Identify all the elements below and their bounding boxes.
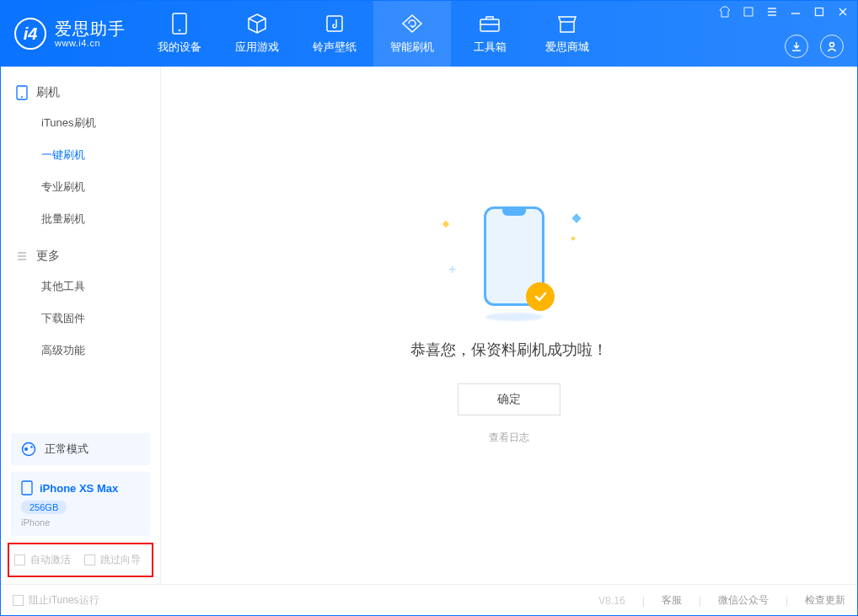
svg-rect-2: [327, 16, 342, 31]
sidebar-item-other-tools[interactable]: 其他工具: [1, 271, 160, 303]
shirt-icon[interactable]: [719, 6, 731, 18]
ok-button[interactable]: 确定: [458, 383, 560, 415]
tab-label: 应用游戏: [235, 40, 279, 55]
footer-link-wechat[interactable]: 微信公众号: [718, 593, 769, 608]
device-card[interactable]: iPhone XS Max 256GB iPhone: [11, 472, 150, 536]
checkbox-block-itunes[interactable]: 阻止iTunes运行: [13, 593, 99, 608]
close-icon[interactable]: [837, 6, 849, 18]
main-tabs: 我的设备 应用游戏 铃声壁纸 智能刷机 工具箱: [141, 1, 606, 67]
mode-card[interactable]: 正常模式: [11, 433, 150, 465]
header-actions: [785, 35, 844, 58]
shop-icon: [556, 13, 578, 35]
tab-label: 工具箱: [474, 40, 507, 55]
user-icon[interactable]: [820, 35, 844, 58]
checkbox-label: 自动激活: [30, 553, 71, 567]
checkbox-label: 跳过向导: [100, 553, 141, 567]
maximize-icon[interactable]: [813, 6, 825, 18]
tab-flash[interactable]: 智能刷机: [373, 1, 451, 67]
svg-rect-4: [744, 8, 753, 16]
check-badge-icon: [526, 282, 555, 311]
app-logo: i4 爱思助手 www.i4.cn: [1, 18, 141, 50]
app-name: 爱思助手: [55, 19, 126, 38]
app-header: i4 爱思助手 www.i4.cn 我的设备 应用游戏 铃声壁纸: [1, 1, 857, 67]
app-site: www.i4.cn: [55, 38, 126, 48]
group-title: 刷机: [36, 85, 60, 100]
tab-ringtones[interactable]: 铃声壁纸: [296, 1, 373, 67]
footer-link-update[interactable]: 检查更新: [805, 593, 845, 608]
toolbox-icon: [479, 13, 501, 35]
svg-point-1: [179, 29, 181, 32]
tab-my-device[interactable]: 我的设备: [141, 1, 218, 67]
list-icon: [16, 250, 28, 262]
footer-link-support[interactable]: 客服: [662, 593, 682, 608]
svg-point-6: [830, 43, 834, 47]
tab-apps-games[interactable]: 应用游戏: [218, 1, 296, 67]
svg-point-10: [24, 447, 28, 451]
device-capacity: 256GB: [21, 501, 67, 514]
svg-point-9: [23, 443, 35, 456]
tab-toolbox[interactable]: 工具箱: [451, 1, 528, 67]
svg-rect-3: [480, 19, 499, 31]
success-illustration: +: [467, 206, 551, 316]
svg-point-11: [30, 446, 33, 448]
mode-label: 正常模式: [45, 442, 88, 457]
minimize-icon[interactable]: [790, 6, 802, 18]
main-content: + 恭喜您，保资料刷机成功啦！ 确定 查看日志: [161, 67, 857, 584]
view-log-link[interactable]: 查看日志: [489, 431, 529, 445]
svg-point-8: [21, 96, 23, 98]
sidebar-item-itunes-flash[interactable]: iTunes刷机: [1, 107, 160, 139]
tab-store[interactable]: 爱思商城: [528, 1, 606, 67]
sidebar-item-advanced[interactable]: 高级功能: [1, 335, 160, 367]
mini-window-icon[interactable]: [743, 6, 754, 18]
music-icon: [324, 13, 346, 35]
version-label: V8.16: [598, 595, 625, 607]
sidebar: 刷机 iTunes刷机 一键刷机 专业刷机 批量刷机 更多 其他工具 下载固件 …: [1, 67, 161, 584]
cube-icon: [246, 13, 268, 35]
mode-icon: [21, 442, 36, 457]
tab-label: 铃声壁纸: [313, 40, 357, 55]
device-type: iPhone: [21, 517, 140, 528]
group-title: 更多: [36, 249, 60, 264]
status-bar: 阻止iTunes运行 V8.16 | 客服 | 微信公众号 | 检查更新: [1, 584, 857, 616]
sidebar-group-flash: 刷机: [1, 78, 160, 107]
sidebar-item-oneclick-flash[interactable]: 一键刷机: [1, 139, 160, 171]
tab-label: 智能刷机: [390, 40, 434, 55]
device-icon: [169, 13, 190, 35]
tab-label: 爱思商城: [545, 40, 589, 55]
svg-rect-12: [22, 481, 32, 495]
success-message: 恭喜您，保资料刷机成功啦！: [410, 340, 608, 360]
refresh-icon: [401, 13, 423, 35]
logo-icon: i4: [14, 18, 46, 50]
svg-rect-5: [816, 8, 823, 16]
checkbox-icon: [84, 554, 95, 565]
sidebar-item-batch-flash[interactable]: 批量刷机: [1, 203, 160, 235]
checkbox-auto-activate[interactable]: 自动激活: [14, 553, 71, 567]
checkbox-skip-guide[interactable]: 跳过向导: [84, 553, 141, 567]
device-name-label: iPhone XS Max: [40, 482, 118, 495]
sidebar-group-more: 更多: [1, 242, 160, 271]
checkbox-icon: [14, 554, 25, 565]
sidebar-item-pro-flash[interactable]: 专业刷机: [1, 171, 160, 203]
window-controls: [719, 6, 849, 18]
device-icon: [21, 480, 33, 495]
phone-icon: [16, 85, 28, 100]
checkbox-label: 阻止iTunes运行: [29, 593, 99, 608]
tab-label: 我的设备: [158, 40, 201, 55]
options-box: 自动激活 跳过向导: [8, 543, 153, 577]
menu-icon[interactable]: [766, 6, 778, 18]
download-icon[interactable]: [785, 35, 808, 58]
sidebar-item-download-firmware[interactable]: 下载固件: [1, 303, 160, 335]
checkbox-icon: [13, 595, 24, 606]
